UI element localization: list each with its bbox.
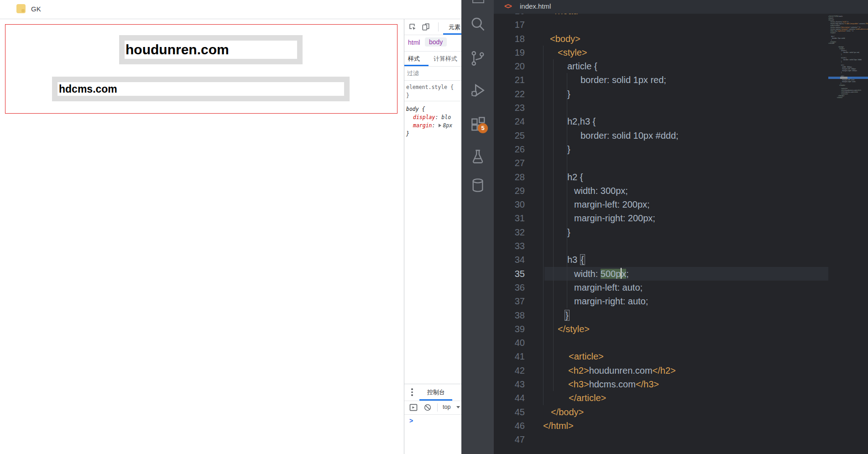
source-control-icon[interactable]: [469, 50, 486, 67]
code-line[interactable]: }: [494, 142, 828, 156]
code-line[interactable]: <style>: [494, 46, 828, 59]
styles-tabstrip: 样式 计算样式: [404, 51, 462, 67]
code-line[interactable]: <body>: [494, 32, 828, 46]
run-debug-icon[interactable]: [469, 82, 486, 99]
h3-text: hdcms.com: [58, 82, 344, 96]
code-line[interactable]: [494, 101, 828, 115]
minimap[interactable]: <!DOCTYPE html><html><head> <meta charse…: [828, 16, 868, 107]
editor-tab-index-html[interactable]: index.html: [520, 2, 551, 10]
console-drawer-tabs: 控制台: [404, 384, 462, 401]
code-line[interactable]: </html>: [494, 419, 828, 433]
rendered-h3: hdcms.com: [52, 77, 350, 101]
toolbar-separator: [438, 22, 439, 31]
code-line[interactable]: }: [494, 87, 828, 101]
minimap-current-line: [828, 77, 868, 79]
search-icon[interactable]: [469, 16, 486, 33]
code-line[interactable]: width: 300px;: [494, 184, 828, 198]
minimap-selection-mark: [840, 77, 847, 79]
rule-selector: body {: [406, 106, 425, 112]
code-line[interactable]: h2 {: [494, 170, 828, 184]
tab-computed[interactable]: 计算样式: [434, 55, 457, 63]
folder-icon: [16, 4, 26, 13]
code-line[interactable]: border: solid 10px #ddd;: [494, 129, 828, 142]
code-line[interactable]: }: [494, 225, 828, 239]
code-line[interactable]: h2,h3 {: [494, 115, 828, 128]
tab-styles[interactable]: 样式: [408, 55, 420, 63]
device-toolbar-icon[interactable]: [422, 23, 430, 31]
kebab-menu-icon[interactable]: [411, 388, 413, 397]
rule-selector: element.style {: [406, 84, 454, 90]
rule-close-brace: }: [406, 92, 409, 99]
code-brackets-icon: <>: [504, 2, 511, 10]
code-line[interactable]: <h3>hdcms.com</h3>: [494, 377, 828, 391]
minimap-line: </html>: [828, 97, 868, 99]
database-icon[interactable]: [469, 177, 486, 194]
chevron-down-icon: [456, 406, 460, 408]
code-line[interactable]: [494, 433, 828, 446]
clear-console-icon[interactable]: [424, 403, 432, 412]
tab-console[interactable]: 控制台: [427, 388, 445, 397]
console-context-dropdown[interactable]: top: [443, 404, 450, 410]
code-line[interactable]: margin-left: auto;: [494, 281, 828, 294]
console-prompt-chevron[interactable]: >: [409, 417, 413, 424]
code-line[interactable]: </body>: [494, 405, 828, 419]
code-line[interactable]: [494, 239, 828, 253]
style-rule-element[interactable]: element.style { }: [404, 80, 462, 101]
files-icon[interactable]: [472, 0, 484, 3]
rendered-h2: houdunren.com: [119, 35, 303, 64]
console-toolbar: top: [404, 401, 462, 415]
filter-placeholder: 过滤: [407, 69, 419, 78]
styles-filter-input[interactable]: 过滤: [404, 66, 462, 81]
rendered-article: houdunren.com hdcms.com: [5, 24, 397, 114]
code-line[interactable]: }: [494, 308, 828, 322]
code-line[interactable]: margin-left: 200px;: [494, 198, 828, 211]
vscode-activity-bar: 5: [461, 0, 494, 454]
extensions-badge: 5: [478, 123, 488, 133]
code-line[interactable]: [494, 18, 828, 31]
expand-arrow-icon[interactable]: [439, 124, 441, 127]
code-line[interactable]: </article>: [494, 391, 828, 405]
code-line[interactable]: width: 500px;: [494, 267, 828, 281]
browser-tab-title[interactable]: GK: [31, 5, 41, 13]
devtools-panel: 元素 html body 样式 计算样式 过滤 element.style { …: [404, 19, 462, 454]
breadcrumb: html body: [404, 35, 462, 52]
code-line[interactable]: [494, 156, 828, 170]
breadcrumb-body[interactable]: body: [425, 37, 447, 47]
editor-code-area[interactable]: </head><body><style>article {border: sol…: [494, 4, 828, 447]
rule-close-brace: }: [406, 130, 409, 137]
code-line[interactable]: border: solid 1px red;: [494, 73, 828, 87]
toolbar-separator: [437, 403, 438, 412]
css-property[interactable]: margin: 8px: [413, 122, 452, 129]
code-line[interactable]: margin-right: 200px;: [494, 211, 828, 225]
code-line[interactable]: article {: [494, 59, 828, 73]
code-line[interactable]: </style>: [494, 322, 828, 336]
code-line[interactable]: h3 {: [494, 253, 828, 266]
code-line[interactable]: <h2>houdunren.com</h2>: [494, 364, 828, 377]
console-sidebar-icon[interactable]: [409, 403, 418, 412]
browser-tab-bar: GK: [0, 0, 461, 19]
code-line[interactable]: [494, 336, 828, 350]
style-rule-body[interactable]: body { display: blo margin: 8px }: [404, 101, 462, 142]
screenshot-root: GK houdunren.com hdcms.com 元素 html: [0, 0, 868, 454]
editor-tab-bar: <> index.html: [494, 0, 868, 14]
tab-elements[interactable]: 元素: [449, 23, 460, 31]
text-cursor: [621, 268, 622, 279]
code-line[interactable]: <article>: [494, 350, 828, 363]
devtools-toolbar: 元素: [404, 19, 462, 35]
breadcrumb-html[interactable]: html: [408, 39, 420, 46]
test-flask-icon[interactable]: [469, 148, 486, 165]
inspect-element-icon[interactable]: [408, 23, 417, 31]
code-line[interactable]: margin-right: auto;: [494, 294, 828, 308]
vscode-editor[interactable]: 1617181920212223242526272829303132333435…: [494, 0, 868, 454]
h2-text: houdunren.com: [125, 41, 297, 59]
css-property[interactable]: display: blo: [413, 114, 451, 120]
